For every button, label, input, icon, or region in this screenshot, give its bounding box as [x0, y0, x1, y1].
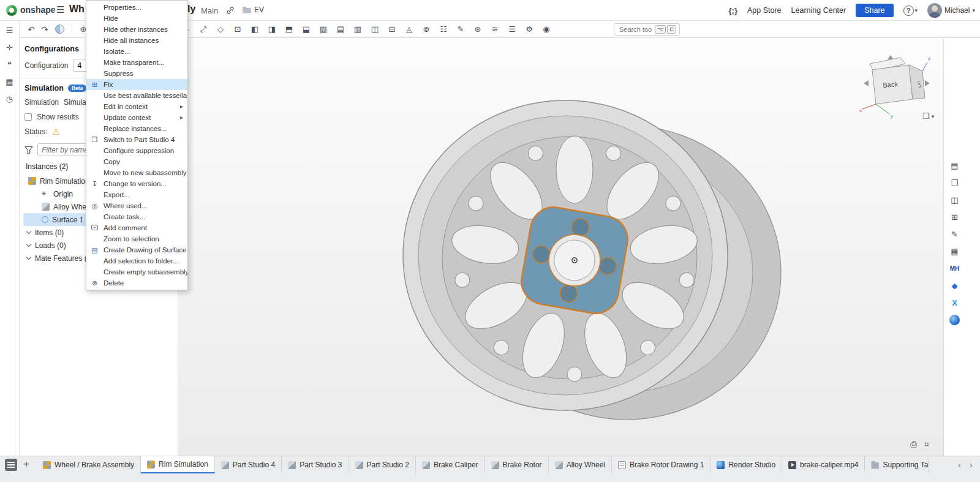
context-menu-item[interactable]: Isolate...	[86, 46, 187, 57]
show-results-checkbox[interactable]	[24, 113, 32, 121]
edit-panel-icon[interactable]: ✎	[949, 229, 960, 239]
configuration-panel-icon[interactable]: ◫	[949, 195, 960, 205]
assembly-tool-icon[interactable]: ◬	[402, 23, 417, 36]
new-tab-button[interactable]: +	[23, 458, 29, 470]
assembly-tool-icon[interactable]: ⊛	[470, 23, 485, 36]
wheel-3d-model[interactable]	[178, 38, 943, 456]
views-panel-icon[interactable]: ▦	[949, 246, 960, 257]
appearance-panel-icon[interactable]: ❒	[949, 178, 960, 188]
tables-panel-icon[interactable]: ▦	[6, 77, 13, 86]
document-tab[interactable]: Supporting Tabs	[865, 456, 929, 473]
display-icon[interactable]: ⌗	[924, 439, 929, 450]
app-mh-icon[interactable]: MH	[949, 263, 960, 274]
assembly-tool-icon[interactable]: ▧	[316, 23, 331, 36]
workspace-name[interactable]: Main	[201, 6, 218, 15]
print-icon[interactable]: ⎙	[910, 439, 917, 450]
document-title[interactable]: Wh	[69, 4, 85, 15]
assembly-tool-icon[interactable]: ⤢	[196, 23, 211, 36]
view-settings-dropdown[interactable]: ▾	[922, 111, 934, 121]
document-tab[interactable]: Render Studio	[710, 456, 782, 473]
assembly-tool-icon[interactable]: ⬒	[282, 23, 296, 36]
section-view-icon[interactable]	[55, 24, 64, 34]
context-menu-item[interactable]: Export...	[86, 189, 187, 200]
context-menu-item[interactable]: Edit in context	[86, 101, 187, 112]
context-menu-item[interactable]: Where used...	[86, 200, 187, 211]
document-tab[interactable]: Brake Rotor Drawing 1	[612, 456, 710, 473]
context-menu-item[interactable]: Suppress	[86, 68, 187, 79]
document-tab[interactable]: Rim Simulation	[141, 456, 215, 473]
tab-manager-icon[interactable]	[5, 459, 17, 471]
properties-panel-icon[interactable]: ▤	[949, 160, 960, 171]
assembly-tool-icon[interactable]: ⊟	[385, 23, 399, 36]
context-menu-item[interactable]: Change to version...	[86, 178, 187, 189]
help-menu[interactable]: ? ▾	[903, 6, 918, 16]
document-tab[interactable]: Brake Rotor	[485, 456, 549, 473]
context-menu-item[interactable]: Zoom to selection	[86, 233, 187, 244]
assembly-tool-icon[interactable]: ✎	[453, 23, 468, 36]
featurescript-icon[interactable]: {;}	[729, 6, 737, 15]
redo-button[interactable]: ↷	[38, 23, 51, 36]
comments-panel-icon[interactable]: ❝	[7, 60, 12, 69]
context-menu-item[interactable]: Copy	[86, 156, 187, 167]
learning-center-link[interactable]: Learning Center	[791, 6, 846, 15]
context-menu-item[interactable]: Create Drawing of Surface 1...	[86, 244, 187, 255]
context-menu-item[interactable]: Configure suppression	[86, 145, 187, 156]
share-button[interactable]: Share	[856, 4, 893, 17]
document-tab[interactable]: Wheel / Brake Assembly	[37, 456, 141, 473]
assembly-tool-icon[interactable]: ▤	[333, 23, 348, 36]
assembly-tool-icon[interactable]: ◧	[247, 23, 262, 36]
app-globe-icon[interactable]: ◍	[949, 315, 960, 325]
document-tab[interactable]: Part Studio 3	[282, 456, 349, 473]
tab-scroll-right-icon[interactable]: ›	[970, 461, 973, 469]
context-menu-item[interactable]: Hide	[86, 13, 187, 24]
context-menu-item[interactable]: Add comment	[86, 222, 187, 233]
context-menu-item[interactable]: Update context	[86, 112, 187, 123]
assembly-tool-icon[interactable]: ☰	[505, 23, 519, 36]
app-x-icon[interactable]: X	[949, 298, 960, 308]
context-menu-item[interactable]: Use best available tessellation	[86, 90, 187, 101]
document-title-continued[interactable]: ly	[187, 4, 195, 15]
assembly-tool-icon[interactable]: ⊚	[419, 23, 434, 36]
context-menu-item[interactable]: Delete	[86, 277, 187, 288]
document-tab[interactable]: brake-caliper.mp4	[782, 456, 865, 473]
assembly-tool-icon[interactable]: ◉	[539, 23, 554, 36]
user-menu[interactable]: Michael ▾	[927, 3, 975, 18]
search-tools-input[interactable]	[618, 25, 654, 34]
onshape-logo-icon[interactable]	[6, 5, 17, 16]
configurations-panel-icon[interactable]: ✛	[6, 43, 13, 52]
context-menu-item[interactable]: Switch to Part Studio 4	[86, 134, 187, 145]
context-menu-item[interactable]: Fix	[86, 79, 187, 90]
context-menu-item[interactable]: Properties...	[86, 2, 187, 13]
assembly-tool-icon[interactable]: ⚙	[522, 23, 537, 36]
bom-panel-icon[interactable]: ⊞	[949, 212, 960, 222]
context-menu-item[interactable]: Hide all instances	[86, 35, 187, 46]
context-menu-item[interactable]: Create task...	[86, 211, 187, 222]
assembly-tool-icon[interactable]: ⬓	[299, 23, 314, 36]
structure-panel-icon[interactable]: ☰	[6, 26, 13, 35]
context-menu-item[interactable]: Create empty subassembly	[86, 266, 187, 277]
history-panel-icon[interactable]: ◷	[6, 94, 13, 104]
main-menu-icon[interactable]: ☰	[56, 4, 64, 15]
assembly-tool-icon[interactable]: ⊡	[230, 23, 245, 36]
share-link-icon[interactable]	[225, 6, 235, 15]
document-tab[interactable]: Part Studio 4	[215, 456, 282, 473]
3d-viewport[interactable]: Back Left x y z ▾ ⎙ ⌗	[178, 38, 943, 456]
assembly-tool-icon[interactable]: ◇	[213, 23, 228, 36]
context-menu-item[interactable]: Make transparent...	[86, 57, 187, 68]
assembly-tool-icon[interactable]: ≋	[488, 23, 502, 36]
context-menu-item[interactable]: Move to new subassembly	[86, 167, 187, 178]
document-tab[interactable]: Alloy Wheel	[549, 456, 612, 473]
app-store-link[interactable]: App Store	[747, 6, 782, 15]
assembly-tool-icon[interactable]: ▥	[350, 23, 365, 36]
assembly-tool-icon[interactable]: ☷	[436, 23, 451, 36]
context-menu-item[interactable]: Add selection to folder...	[86, 255, 187, 266]
app-blue-icon[interactable]: ◆	[949, 281, 960, 291]
assembly-tool-icon[interactable]: ◨	[265, 23, 279, 36]
undo-button[interactable]: ↶	[24, 23, 38, 36]
assembly-tool-icon[interactable]: ◫	[368, 23, 382, 36]
onshape-logo-text[interactable]: onshape	[20, 5, 56, 15]
tab-scroll-left-icon[interactable]: ‹	[958, 461, 961, 469]
document-tab[interactable]: Part Studio 2	[349, 456, 416, 473]
document-folder[interactable]: EV	[243, 6, 264, 14]
document-tab[interactable]: Brake Caliper	[416, 456, 485, 473]
